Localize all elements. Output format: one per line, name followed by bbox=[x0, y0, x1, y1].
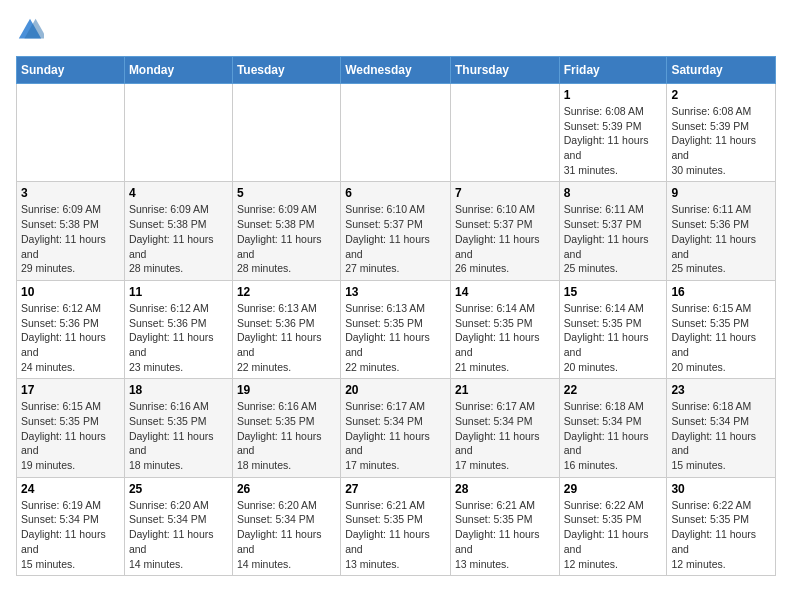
day-number: 6 bbox=[345, 186, 446, 200]
day-info: Sunrise: 6:18 AMSunset: 5:34 PMDaylight:… bbox=[564, 399, 663, 472]
calendar-cell bbox=[124, 84, 232, 182]
calendar-cell: 10Sunrise: 6:12 AMSunset: 5:36 PMDayligh… bbox=[17, 280, 125, 378]
day-number: 29 bbox=[564, 482, 663, 496]
day-info: Sunrise: 6:09 AMSunset: 5:38 PMDaylight:… bbox=[21, 202, 120, 275]
day-info: Sunrise: 6:13 AMSunset: 5:36 PMDaylight:… bbox=[237, 301, 336, 374]
day-info: Sunrise: 6:19 AMSunset: 5:34 PMDaylight:… bbox=[21, 498, 120, 571]
day-number: 4 bbox=[129, 186, 228, 200]
calendar-cell bbox=[17, 84, 125, 182]
day-info: Sunrise: 6:21 AMSunset: 5:35 PMDaylight:… bbox=[455, 498, 555, 571]
calendar-week-row: 1Sunrise: 6:08 AMSunset: 5:39 PMDaylight… bbox=[17, 84, 776, 182]
day-info: Sunrise: 6:15 AMSunset: 5:35 PMDaylight:… bbox=[671, 301, 771, 374]
col-header-thursday: Thursday bbox=[450, 57, 559, 84]
day-info: Sunrise: 6:16 AMSunset: 5:35 PMDaylight:… bbox=[237, 399, 336, 472]
day-number: 14 bbox=[455, 285, 555, 299]
day-number: 22 bbox=[564, 383, 663, 397]
day-info: Sunrise: 6:09 AMSunset: 5:38 PMDaylight:… bbox=[129, 202, 228, 275]
day-info: Sunrise: 6:09 AMSunset: 5:38 PMDaylight:… bbox=[237, 202, 336, 275]
day-info: Sunrise: 6:11 AMSunset: 5:36 PMDaylight:… bbox=[671, 202, 771, 275]
day-info: Sunrise: 6:16 AMSunset: 5:35 PMDaylight:… bbox=[129, 399, 228, 472]
day-number: 21 bbox=[455, 383, 555, 397]
logo bbox=[16, 16, 48, 44]
day-info: Sunrise: 6:13 AMSunset: 5:35 PMDaylight:… bbox=[345, 301, 446, 374]
day-info: Sunrise: 6:12 AMSunset: 5:36 PMDaylight:… bbox=[129, 301, 228, 374]
col-header-wednesday: Wednesday bbox=[341, 57, 451, 84]
calendar-week-row: 3Sunrise: 6:09 AMSunset: 5:38 PMDaylight… bbox=[17, 182, 776, 280]
calendar-cell: 1Sunrise: 6:08 AMSunset: 5:39 PMDaylight… bbox=[559, 84, 667, 182]
calendar-cell bbox=[232, 84, 340, 182]
day-number: 26 bbox=[237, 482, 336, 496]
calendar-cell: 3Sunrise: 6:09 AMSunset: 5:38 PMDaylight… bbox=[17, 182, 125, 280]
day-info: Sunrise: 6:12 AMSunset: 5:36 PMDaylight:… bbox=[21, 301, 120, 374]
day-number: 2 bbox=[671, 88, 771, 102]
day-info: Sunrise: 6:21 AMSunset: 5:35 PMDaylight:… bbox=[345, 498, 446, 571]
calendar-table: SundayMondayTuesdayWednesdayThursdayFrid… bbox=[16, 56, 776, 576]
calendar-cell: 2Sunrise: 6:08 AMSunset: 5:39 PMDaylight… bbox=[667, 84, 776, 182]
calendar-cell: 27Sunrise: 6:21 AMSunset: 5:35 PMDayligh… bbox=[341, 477, 451, 575]
day-number: 13 bbox=[345, 285, 446, 299]
calendar-cell: 8Sunrise: 6:11 AMSunset: 5:37 PMDaylight… bbox=[559, 182, 667, 280]
day-info: Sunrise: 6:17 AMSunset: 5:34 PMDaylight:… bbox=[455, 399, 555, 472]
day-number: 25 bbox=[129, 482, 228, 496]
calendar-cell: 5Sunrise: 6:09 AMSunset: 5:38 PMDaylight… bbox=[232, 182, 340, 280]
calendar-week-row: 10Sunrise: 6:12 AMSunset: 5:36 PMDayligh… bbox=[17, 280, 776, 378]
day-info: Sunrise: 6:17 AMSunset: 5:34 PMDaylight:… bbox=[345, 399, 446, 472]
calendar-cell bbox=[450, 84, 559, 182]
calendar-cell: 22Sunrise: 6:18 AMSunset: 5:34 PMDayligh… bbox=[559, 379, 667, 477]
day-number: 30 bbox=[671, 482, 771, 496]
calendar-cell: 15Sunrise: 6:14 AMSunset: 5:35 PMDayligh… bbox=[559, 280, 667, 378]
calendar-cell: 9Sunrise: 6:11 AMSunset: 5:36 PMDaylight… bbox=[667, 182, 776, 280]
calendar-cell: 14Sunrise: 6:14 AMSunset: 5:35 PMDayligh… bbox=[450, 280, 559, 378]
day-info: Sunrise: 6:22 AMSunset: 5:35 PMDaylight:… bbox=[671, 498, 771, 571]
calendar-cell bbox=[341, 84, 451, 182]
day-number: 27 bbox=[345, 482, 446, 496]
col-header-friday: Friday bbox=[559, 57, 667, 84]
day-info: Sunrise: 6:20 AMSunset: 5:34 PMDaylight:… bbox=[129, 498, 228, 571]
day-number: 11 bbox=[129, 285, 228, 299]
day-info: Sunrise: 6:08 AMSunset: 5:39 PMDaylight:… bbox=[671, 104, 771, 177]
day-number: 24 bbox=[21, 482, 120, 496]
calendar-cell: 23Sunrise: 6:18 AMSunset: 5:34 PMDayligh… bbox=[667, 379, 776, 477]
day-number: 19 bbox=[237, 383, 336, 397]
logo-icon bbox=[16, 16, 44, 44]
day-info: Sunrise: 6:10 AMSunset: 5:37 PMDaylight:… bbox=[455, 202, 555, 275]
day-number: 7 bbox=[455, 186, 555, 200]
calendar-week-row: 24Sunrise: 6:19 AMSunset: 5:34 PMDayligh… bbox=[17, 477, 776, 575]
day-number: 28 bbox=[455, 482, 555, 496]
calendar-cell: 21Sunrise: 6:17 AMSunset: 5:34 PMDayligh… bbox=[450, 379, 559, 477]
day-info: Sunrise: 6:18 AMSunset: 5:34 PMDaylight:… bbox=[671, 399, 771, 472]
day-info: Sunrise: 6:14 AMSunset: 5:35 PMDaylight:… bbox=[564, 301, 663, 374]
calendar-cell: 13Sunrise: 6:13 AMSunset: 5:35 PMDayligh… bbox=[341, 280, 451, 378]
calendar-cell: 12Sunrise: 6:13 AMSunset: 5:36 PMDayligh… bbox=[232, 280, 340, 378]
day-number: 3 bbox=[21, 186, 120, 200]
day-number: 16 bbox=[671, 285, 771, 299]
day-info: Sunrise: 6:15 AMSunset: 5:35 PMDaylight:… bbox=[21, 399, 120, 472]
col-header-saturday: Saturday bbox=[667, 57, 776, 84]
calendar-cell: 30Sunrise: 6:22 AMSunset: 5:35 PMDayligh… bbox=[667, 477, 776, 575]
header bbox=[16, 16, 776, 44]
col-header-monday: Monday bbox=[124, 57, 232, 84]
day-number: 23 bbox=[671, 383, 771, 397]
calendar-cell: 24Sunrise: 6:19 AMSunset: 5:34 PMDayligh… bbox=[17, 477, 125, 575]
calendar-cell: 29Sunrise: 6:22 AMSunset: 5:35 PMDayligh… bbox=[559, 477, 667, 575]
calendar-cell: 26Sunrise: 6:20 AMSunset: 5:34 PMDayligh… bbox=[232, 477, 340, 575]
calendar-cell: 17Sunrise: 6:15 AMSunset: 5:35 PMDayligh… bbox=[17, 379, 125, 477]
calendar-cell: 4Sunrise: 6:09 AMSunset: 5:38 PMDaylight… bbox=[124, 182, 232, 280]
day-number: 9 bbox=[671, 186, 771, 200]
day-number: 5 bbox=[237, 186, 336, 200]
calendar-cell: 28Sunrise: 6:21 AMSunset: 5:35 PMDayligh… bbox=[450, 477, 559, 575]
calendar-cell: 6Sunrise: 6:10 AMSunset: 5:37 PMDaylight… bbox=[341, 182, 451, 280]
day-info: Sunrise: 6:20 AMSunset: 5:34 PMDaylight:… bbox=[237, 498, 336, 571]
calendar-cell: 11Sunrise: 6:12 AMSunset: 5:36 PMDayligh… bbox=[124, 280, 232, 378]
day-number: 17 bbox=[21, 383, 120, 397]
day-info: Sunrise: 6:10 AMSunset: 5:37 PMDaylight:… bbox=[345, 202, 446, 275]
calendar-week-row: 17Sunrise: 6:15 AMSunset: 5:35 PMDayligh… bbox=[17, 379, 776, 477]
day-number: 1 bbox=[564, 88, 663, 102]
day-number: 10 bbox=[21, 285, 120, 299]
calendar-cell: 25Sunrise: 6:20 AMSunset: 5:34 PMDayligh… bbox=[124, 477, 232, 575]
day-info: Sunrise: 6:14 AMSunset: 5:35 PMDaylight:… bbox=[455, 301, 555, 374]
calendar-cell: 7Sunrise: 6:10 AMSunset: 5:37 PMDaylight… bbox=[450, 182, 559, 280]
day-number: 18 bbox=[129, 383, 228, 397]
calendar-cell: 19Sunrise: 6:16 AMSunset: 5:35 PMDayligh… bbox=[232, 379, 340, 477]
calendar-cell: 20Sunrise: 6:17 AMSunset: 5:34 PMDayligh… bbox=[341, 379, 451, 477]
